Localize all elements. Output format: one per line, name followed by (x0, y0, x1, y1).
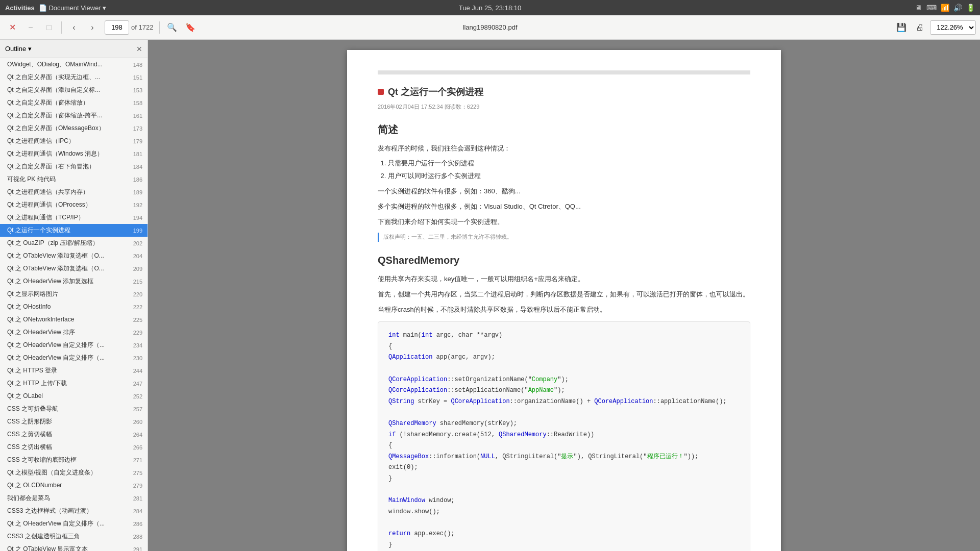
page-total-label: of 1722 (131, 23, 153, 31)
app-icon: 📄 (39, 4, 47, 12)
shared-text-2: 首先，创建一个共用内存区，当第二个进程启动时，判断内存区数据是否建立，如果有，可… (378, 289, 750, 300)
sidebar-item[interactable]: Qt 之自定义界面（添加自定义标...153 (0, 84, 148, 96)
sidebar-item[interactable]: Qt 之进程间通信（IPC）179 (0, 135, 148, 147)
sidebar-item[interactable]: Qt 之 OTableView 添加复选框（O...204 (0, 249, 148, 262)
sidebar-item[interactable]: Qt 之 OHeaderView 自定义排序（...286 (0, 517, 148, 530)
sidebar-item[interactable]: CSS 之剪切横幅264 (0, 428, 148, 441)
sidebar-item-label: Qt 之模型/视图（自定义进度条） (7, 468, 128, 477)
sidebar-item-label: Qt 之 OTableView 添加复选框（O... (7, 252, 128, 260)
print-button[interactable]: 🖨 (912, 19, 928, 36)
sidebar-item[interactable]: Qt 之 OHeaderView 添加复选框215 (0, 275, 148, 288)
sidebar-item[interactable]: CSS3 之边框样式（动画过渡）284 (0, 505, 148, 517)
sidebar-item[interactable]: Qt 之 OHeaderView 排序229 (0, 326, 148, 339)
sidebar-item[interactable]: CSS 之阴形阴影260 (0, 415, 148, 428)
sidebar-item-label: Qt 之进程间通信（共享内存） (7, 188, 128, 196)
sidebar-item-label: Qt 之 OTableView 显示富文本 (7, 545, 128, 551)
sidebar-item[interactable]: 可视化 PK 纯代码186 (0, 173, 148, 186)
minimize-button[interactable]: − (22, 19, 39, 36)
sidebar-item-label: Qt 之 HTTPS 登录 (7, 366, 128, 375)
zoom-selector[interactable]: 122.26% 50% 75% 100% 150% 200% (930, 20, 976, 35)
sidebar-item-page: 234 (128, 342, 142, 348)
page-input-area: of 1722 (105, 20, 153, 35)
sidebar-item[interactable]: Qt 之自定义界面（OMessageBox）173 (0, 122, 148, 135)
sidebar-item[interactable]: CSS 之切出横幅266 (0, 441, 148, 454)
sidebar-item[interactable]: Qt 之 ONetworkInterface225 (0, 313, 148, 326)
pdf-page: Qt 之运行一个实例进程 2016年02月04日 17:52:34 阅读数：62… (347, 50, 781, 551)
sidebar-item[interactable]: Qt 之自定义界面（窗体缩放-跨平...161 (0, 109, 148, 122)
search-button[interactable]: 🔍 (164, 19, 180, 36)
sidebar-item[interactable]: CSS 之可收缩的底部边框271 (0, 454, 148, 466)
section-shared-title: QSharedMemory (378, 252, 750, 268)
sidebar-item[interactable]: Qt 之进程间通信（TCP/IP）194 (0, 211, 148, 224)
sidebar-item[interactable]: Qt 之 OTableView 添加复选框（O...209 (0, 262, 148, 275)
sidebar: Outline ▾ ✕ OWidget、ODialog、OMainWind...… (0, 40, 148, 551)
app-menu-button[interactable]: 📄 Document Viewer ▾ (39, 4, 107, 12)
sidebar-item[interactable]: Qt 之运行一个实例进程199 (0, 224, 148, 237)
close-button[interactable]: ✕ (4, 19, 20, 36)
activities-button[interactable]: Activities (5, 4, 35, 12)
code-line: exit(0); (388, 462, 740, 473)
sidebar-item-page: 229 (128, 330, 142, 336)
code-line: } (388, 540, 740, 551)
page-number-input[interactable] (105, 20, 129, 35)
file-title: llang19890820.pdf (463, 23, 518, 31)
sidebar-item[interactable]: Qt 之 HTTP 上传/下载247 (0, 377, 148, 390)
sidebar-item[interactable]: Qt 之 OLCDNumber279 (0, 479, 148, 492)
sidebar-item-page: 202 (128, 240, 142, 246)
sidebar-close-button[interactable]: ✕ (136, 45, 142, 53)
sidebar-item[interactable]: Qt 之模型/视图（自定义进度条）275 (0, 466, 148, 479)
code-line: if (!sharedMemory.create(512, QSharedMem… (388, 430, 740, 441)
sidebar-item-label: Qt 之 OLCDNumber (7, 481, 128, 490)
sidebar-item[interactable]: Qt 之进程间通信（Windows 消息）181 (0, 147, 148, 160)
sidebar-item[interactable]: 我们都会是菜鸟281 (0, 492, 148, 505)
top-bar-right: 🖥 ⌨ 📶 🔊 🔋 (915, 4, 975, 12)
sidebar-item[interactable]: Qt 之 OLabel252 (0, 390, 148, 403)
list-item-1: 只需要用户运行一个实例进程 (388, 158, 750, 169)
sidebar-item[interactable]: Qt 之 OHostInfo222 (0, 300, 148, 313)
sidebar-item-page: 225 (128, 317, 142, 323)
code-line: } (388, 473, 740, 485)
toolbar: ✕ − □ ‹ › of 1722 🔍 🔖 llang19890820.pdf … (0, 15, 980, 40)
sidebar-item[interactable]: Qt 之自定义界面（实现无边框、...151 (0, 71, 148, 84)
content-area[interactable]: Qt 之运行一个实例进程 2016年02月04日 17:52:34 阅读数：62… (148, 40, 980, 551)
sidebar-item[interactable]: Qt 之 OHeaderView 自定义排序（...230 (0, 352, 148, 364)
sidebar-item-page: 222 (128, 304, 142, 310)
sidebar-item-label: Qt 之自定义界面（窗体缩放-跨平... (7, 111, 128, 120)
sidebar-item[interactable]: CSS 之可折叠导航257 (0, 403, 148, 415)
nav-next-button[interactable]: › (84, 19, 101, 36)
intro-text-4: 下面我们来介绍下如何实现一个实例进程。 (378, 216, 750, 228)
sidebar-item[interactable]: CSS3 之创建透明边框三角288 (0, 530, 148, 543)
nav-prev-button[interactable]: ‹ (66, 19, 82, 36)
sidebar-item[interactable]: Qt 之 HTTPS 登录244 (0, 364, 148, 377)
maximize-button[interactable]: □ (41, 19, 57, 36)
sidebar-item[interactable]: Qt 之 OTableView 显示富文本291 (0, 543, 148, 551)
sidebar-item-label: CSS 之可折叠导航 (7, 405, 128, 413)
display-icon: 🖥 (915, 4, 922, 12)
sidebar-outline-button[interactable]: Outline ▾ (5, 45, 32, 53)
article-title-bar: Qt 之运行一个实例进程 (378, 85, 750, 99)
code-line: QApplication app(argc, argv); (388, 352, 740, 363)
sidebar-item[interactable]: OWidget、ODialog、OMainWind...148 (0, 58, 148, 71)
sidebar-item-page: 281 (128, 495, 142, 502)
sidebar-item-label: Qt 之 OHeaderView 自定义排序（... (7, 354, 128, 362)
sidebar-item[interactable]: Qt 之自定义界面（右下角冒泡）184 (0, 160, 148, 173)
sidebar-item-label: Qt 之自定义界面（添加自定义标... (7, 86, 128, 94)
sidebar-item-label: Qt 之 OHeaderView 自定义排序（... (7, 341, 128, 349)
sidebar-item-page: 181 (128, 151, 142, 157)
bookmarks-button[interactable]: 🔖 (182, 19, 199, 36)
sidebar-item-label: CSS 之剪切横幅 (7, 430, 128, 439)
sidebar-item-label: CSS 之可收缩的底部边框 (7, 456, 128, 464)
save-button[interactable]: 💾 (893, 19, 910, 36)
red-dot-icon (378, 89, 384, 95)
sidebar-item[interactable]: Qt 之 OHeaderView 自定义排序（...234 (0, 339, 148, 352)
sidebar-item[interactable]: Qt 之进程间通信（共享内存）189 (0, 186, 148, 198)
sidebar-item-page: 252 (128, 393, 142, 399)
sidebar-item[interactable]: Qt 之自定义界面（窗体缩放）158 (0, 96, 148, 109)
code-line: QString strKey = QCoreApplication::organ… (388, 396, 740, 408)
sidebar-item-page: 189 (128, 189, 142, 195)
sidebar-item[interactable]: Qt 之 OuaZIP（zip 压缩/解压缩）202 (0, 237, 148, 249)
app-name-label[interactable]: Document Viewer (48, 4, 101, 12)
sidebar-item[interactable]: Qt 之显示网络图片220 (0, 288, 148, 300)
sidebar-item[interactable]: Qt 之进程间通信（OProcess）192 (0, 198, 148, 211)
sidebar-item-label: OWidget、ODialog、OMainWind... (7, 60, 128, 69)
